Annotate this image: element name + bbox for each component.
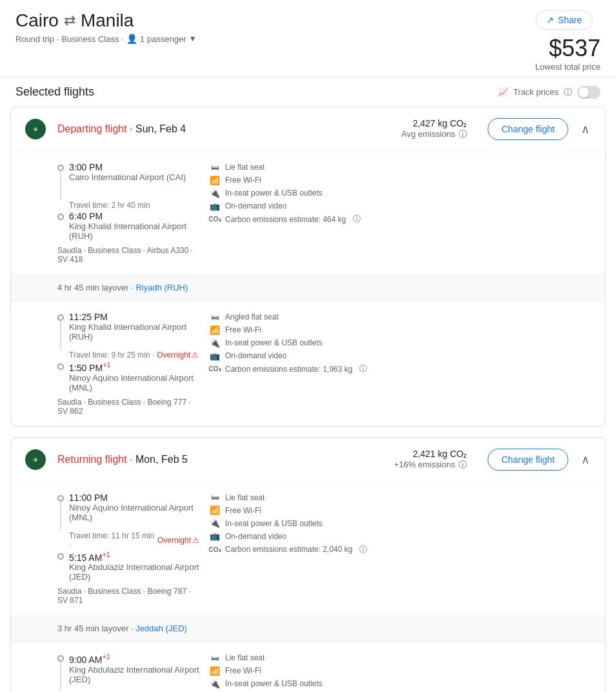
seat-icon-2: 🛏 xyxy=(210,312,220,322)
ret2-depart-time: 9:00 AM+1 xyxy=(69,653,199,665)
video-icon-2: 📺 xyxy=(210,351,220,361)
power-icon-2: 🔌 xyxy=(210,338,220,348)
info-icon-emissions[interactable]: ⓘ xyxy=(459,129,467,139)
info-icon-ret[interactable]: ⓘ xyxy=(459,460,467,469)
seat-icon-r2: 🛏 xyxy=(210,653,220,663)
warning-icon-ret1: ⚠ xyxy=(192,536,199,545)
departing-segment-2: 11:25 PM King Khalid International Airpo… xyxy=(11,301,605,426)
info-icon-co2[interactable]: ⓘ xyxy=(353,214,361,225)
seat-icon: 🛏 xyxy=(210,162,220,172)
selected-flights-title: Selected flights xyxy=(15,85,94,99)
returning-segment-1: 11:00 PM Ninoy Aquino International Airp… xyxy=(11,482,605,616)
dep2-depart-airport: King Khalid International Airport (RUH) xyxy=(69,322,199,341)
trending-icon: 📈 xyxy=(498,87,508,97)
dep1-arrive-time: 6:40 PM xyxy=(69,211,199,221)
ret1-travel-time: Travel time: 11 hr 15 min · Overnight ⚠ xyxy=(69,531,199,549)
departing-emissions-label: Avg emissions ⓘ xyxy=(401,128,467,140)
dep2-arrive-time: 1:50 PM+1 xyxy=(69,361,199,373)
passenger-count: 1 passenger xyxy=(140,34,186,44)
seat-icon-r1: 🛏 xyxy=(210,493,220,503)
co2-icon: CO₂ xyxy=(210,214,220,225)
returning-change-button[interactable]: Change flight xyxy=(488,449,568,471)
dep1-arrive-airport: King Khalid International Airport (RUH) xyxy=(69,221,199,241)
returning-emissions-label: +16% emissions ⓘ xyxy=(394,459,468,471)
dep2-depart-time: 11:25 PM xyxy=(69,312,199,322)
info-icon[interactable]: ⓘ xyxy=(564,86,572,98)
ret1-arrive-time: 5:15 AM+1 xyxy=(69,551,199,563)
route-to: Manila xyxy=(81,10,134,31)
returning-flight-card: ✈ Returning flight · Mon, Feb 5 2,421 kg… xyxy=(10,437,606,692)
svg-text:✈: ✈ xyxy=(33,126,38,133)
dep2-flight-details: Saudia · Business Class · Boeing 777 · S… xyxy=(57,398,199,416)
cabin-class: Business Class xyxy=(62,34,119,44)
co2-icon-r1: CO₂ xyxy=(210,544,220,555)
dep1-travel-time: Travel time: 2 hr 40 min xyxy=(69,201,199,210)
departing-flight-title: Departing flight · Sun, Feb 4 xyxy=(57,123,391,135)
departing-change-button[interactable]: Change flight xyxy=(488,118,568,140)
power-icon-r1: 🔌 xyxy=(210,518,220,529)
lowest-price-label: Lowest total price xyxy=(535,62,601,72)
dep2-travel-time: Travel time: 9 hr 25 min · Overnight ⚠ xyxy=(69,351,199,360)
route-header: Cairo ⇄ Manila xyxy=(15,10,197,31)
ret2-depart-airport: King Abdulaziz International Airport (JE… xyxy=(69,665,199,684)
ret1-arrive-airport: King Abdulaziz International Airport (JE… xyxy=(69,562,199,582)
track-prices-toggle[interactable] xyxy=(577,86,601,99)
info-icon-co2-r1[interactable]: ⓘ xyxy=(359,544,367,555)
returning-collapse-button[interactable]: ∧ xyxy=(579,450,592,469)
video-icon-r1: 📺 xyxy=(210,531,220,542)
track-prices-label: Track prices xyxy=(513,87,559,97)
route-from: Cairo xyxy=(15,10,59,31)
chevron-down-icon[interactable]: ▼ xyxy=(189,34,197,43)
video-icon: 📺 xyxy=(210,201,220,211)
dep1-depart-time: 3:00 PM xyxy=(69,162,186,172)
dep1-amenities: 🛏Lie flat seat 📶Free Wi-Fi 🔌In-seat powe… xyxy=(210,162,592,264)
departing-collapse-button[interactable]: ∧ xyxy=(579,119,592,139)
saudia-logo-returning: ✈ xyxy=(24,448,47,471)
total-price: $537 xyxy=(535,35,601,62)
departing-segment-1: 3:00 PM Cairo International Airport (CAI… xyxy=(11,151,605,274)
ret1-flight-details: Saudia · Business Class · Boeing 787 · S… xyxy=(57,587,199,605)
saudia-logo-departing: ✈ xyxy=(24,117,47,141)
departing-flight-card: ✈ Departing flight · Sun, Feb 4 2,427 kg… xyxy=(10,107,606,427)
ret1-depart-airport: Ninoy Aquino International Airport (MNL) xyxy=(69,503,199,522)
passenger-icon: 👤 xyxy=(126,34,137,44)
returning-flight-title: Returning flight · Mon, Feb 5 xyxy=(57,454,384,465)
wifi-icon: 📶 xyxy=(210,175,220,185)
ret1-amenities: 🛏Lie flat seat 📶Free Wi-Fi 🔌In-seat powe… xyxy=(210,493,592,606)
returning-segment-2: 9:00 AM+1 King Abdulaziz International A… xyxy=(11,642,605,692)
share-icon: ↗ xyxy=(546,15,554,25)
departing-layover: 4 hr 45 min layover · Riyadh (RUH) xyxy=(11,274,605,301)
wifi-icon-r2: 📶 xyxy=(210,666,220,676)
wifi-icon-r1: 📶 xyxy=(210,505,220,516)
price-section: ↗ Share $537 Lowest total price xyxy=(535,10,601,72)
dep2-arrive-airport: Ninoy Aquino International Airport (MNL) xyxy=(69,373,199,392)
returning-co2: 2,421 kg CO₂ xyxy=(394,449,468,459)
route-arrow: ⇄ xyxy=(64,12,75,29)
trip-type: Round trip xyxy=(15,34,54,44)
warning-icon: ⚠ xyxy=(192,351,199,360)
departing-co2: 2,427 kg CO₂ xyxy=(401,118,467,128)
track-prices-section: 📈 Track prices ⓘ xyxy=(498,86,601,99)
power-icon-r2: 🔌 xyxy=(210,678,220,689)
returning-emissions: 2,421 kg CO₂ +16% emissions ⓘ xyxy=(394,449,468,471)
dep1-flight-details: Saudia · Business Class · Airbus A330 · … xyxy=(57,246,199,264)
dep1-depart-airport: Cairo International Airport (CAI) xyxy=(69,172,186,182)
info-icon-co2-2[interactable]: ⓘ xyxy=(359,363,367,374)
svg-text:✈: ✈ xyxy=(33,456,38,463)
departing-emissions: 2,427 kg CO₂ Avg emissions ⓘ xyxy=(401,118,467,140)
power-icon: 🔌 xyxy=(210,188,220,198)
returning-layover: 3 hr 45 min layover · Jeddah (JED) xyxy=(11,615,605,642)
wifi-icon-2: 📶 xyxy=(210,325,220,335)
co2-icon-2: CO₂ xyxy=(210,364,220,374)
share-button[interactable]: ↗ Share xyxy=(535,10,593,30)
ret2-amenities: 🛏Lie flat seat 📶Free Wi-Fi 🔌In-seat powe… xyxy=(210,653,592,692)
dep2-amenities: 🛏Angled flat seat 📶Free Wi-Fi 🔌In-seat p… xyxy=(210,312,592,416)
trip-meta: Round trip · Business Class · 👤 1 passen… xyxy=(15,34,197,44)
ret1-depart-time: 11:00 PM xyxy=(69,493,199,503)
